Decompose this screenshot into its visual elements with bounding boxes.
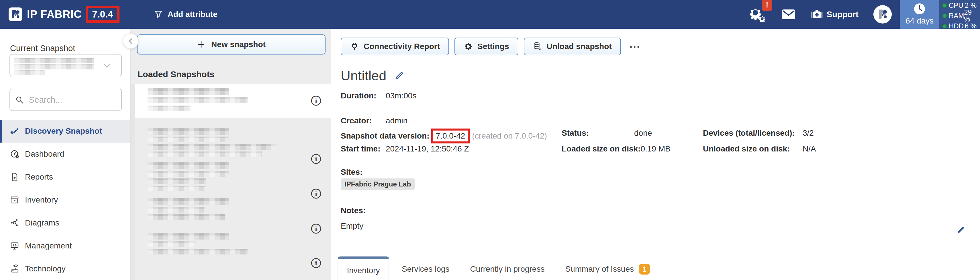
cpu-value: 2 % [965,2,977,9]
tab-inventory[interactable]: Inventory [337,256,389,280]
unloaded-size-label: Unloaded size on disk: [703,144,803,154]
tab-label: Summary of Issues [565,264,634,274]
rocket-icon [10,126,19,136]
sidebar-item-label: Dashboard [25,149,64,158]
sidebar-item-diagrams[interactable]: Diagrams [0,211,130,234]
redacted-text [14,70,45,75]
sidebar-collapse-button[interactable] [123,33,138,49]
tab-services-logs[interactable]: Services logs [402,264,450,274]
tab-currently-in-progress[interactable]: Currently in progress [470,264,545,274]
chevron-left-icon [127,37,134,45]
status-label: Status: [562,128,634,138]
info-icon[interactable]: i [310,188,321,199]
settings-label: Settings [477,42,509,51]
unload-snapshot-button[interactable]: Unload snapshot [524,38,621,55]
add-attribute-button[interactable]: Add attribute [154,10,218,19]
current-snapshot-label: Current Snapshot [10,43,75,53]
creator-value: admin [386,116,407,125]
redacted-text [14,64,94,69]
site-tag[interactable]: IPFabric Prague Lab [341,178,415,190]
gear-icon [464,42,473,51]
ipfabric-logo-icon[interactable] [9,8,22,21]
ram-label: RAM [949,12,964,19]
logo-text: IP FABRIC [27,8,82,20]
redacted-text [148,249,248,254]
snapshot-version-field: Snapshot data version: 7.0.0-42 (created… [341,128,547,144]
info-icon[interactable]: i [310,258,321,269]
clock-icon [914,3,925,14]
current-snapshot-dropdown[interactable] [10,54,122,76]
info-icon[interactable]: i [310,95,321,106]
unloaded-size-value: N/A [803,144,816,154]
sites-label: Sites: [341,168,363,177]
ram-stat: RAM 29 % [942,9,977,22]
chevron-down-icon [103,61,111,70]
devices-value: 3/2 [803,128,814,138]
redacted-text [148,186,206,191]
ram-status-dot [942,13,947,18]
redacted-text [148,171,229,177]
redacted-text [148,88,229,95]
new-snapshot-button[interactable]: New snapshot [137,34,326,54]
sidebar-item-dashboard[interactable]: Dashboard [0,142,130,166]
redacted-text [14,58,94,63]
connectivity-report-label: Connectivity Report [364,42,440,51]
plus-icon [197,40,205,49]
tab-summary-of-issues[interactable]: Summary of Issues 1 [565,264,650,275]
info-icon[interactable]: i [310,223,321,234]
hdd-status-dot [942,24,947,29]
sidebar-item-reports[interactable]: Reports [0,166,130,189]
redacted-text [148,214,225,220]
svg-text:i: i [315,260,317,267]
support-button[interactable]: Support [811,9,859,20]
sidebar-search [10,89,122,111]
creator-label: Creator: [341,116,386,125]
cpu-label: CPU [949,2,963,9]
redacted-text [148,144,277,150]
sidebar-item-label: Management [25,241,72,250]
tab-label: Currently in progress [470,264,545,274]
search-input[interactable] [29,95,109,105]
filter-funnel-icon [154,10,163,19]
system-stats-panel[interactable]: CPU 2 % RAM 29 % HDD 6 % [939,0,980,29]
duration-label: Duration: [341,91,386,101]
sidebar: Current Snapshot Discovery Snapshot [0,29,130,280]
sidebar-item-technology[interactable]: Technology [0,258,130,280]
redacted-text [148,162,229,169]
sidebar-item-discovery-snapshot[interactable]: Discovery Snapshot [0,120,130,142]
unloaded-size-field: Unloaded size on disk: N/A [703,144,816,154]
version-annotation-box: 7.0.0-42 [431,128,470,144]
snapshot-version-label: Snapshot data version: [341,131,430,141]
snapshot-list-group: i i i [135,118,331,280]
edit-notes-pencil-icon[interactable] [956,226,966,235]
loaded-size-field: Loaded size on disk: 0.19 MB [562,144,671,154]
archive-box-icon [10,195,19,205]
snapshots-panel-header: New snapshot Loaded Snapshots [131,29,331,84]
sidebar-item-inventory[interactable]: Inventory [0,189,130,211]
redacted-text [148,152,262,157]
svg-text:i: i [315,190,317,197]
start-time-label: Start time: [341,144,386,154]
duration-field: Duration: 03m:00s [341,91,416,101]
version-note: (created on 7.0.0-42) [472,131,547,141]
ram-value: 29 % [964,9,977,22]
snapshot-toolbar: Connectivity Report Settings Unload snap… [341,38,644,55]
system-settings-button[interactable]: ! [749,6,766,22]
unload-snapshot-label: Unload snapshot [547,42,612,51]
loaded-snapshots-title: Loaded Snapshots [138,69,214,79]
trial-countdown[interactable]: 64 days [900,0,939,29]
snapshot-list-item[interactable]: i [135,84,331,117]
sidebar-item-management[interactable]: Management [0,234,130,258]
start-time-field: Start time: 2024-11-19, 12:50:46 Z [341,144,469,154]
edit-title-pencil-icon[interactable] [394,71,404,81]
connectivity-report-button[interactable]: Connectivity Report [341,38,449,55]
svg-text:i: i [315,98,317,104]
mail-icon [782,10,795,19]
snapshot-title: Untitled [341,68,386,83]
info-icon[interactable]: i [310,154,321,165]
user-avatar[interactable] [873,5,892,24]
more-actions-button[interactable]: ⋯ [627,40,644,53]
messages-button[interactable] [782,10,795,19]
settings-button[interactable]: Settings [455,38,518,55]
support-label: Support [827,10,859,19]
